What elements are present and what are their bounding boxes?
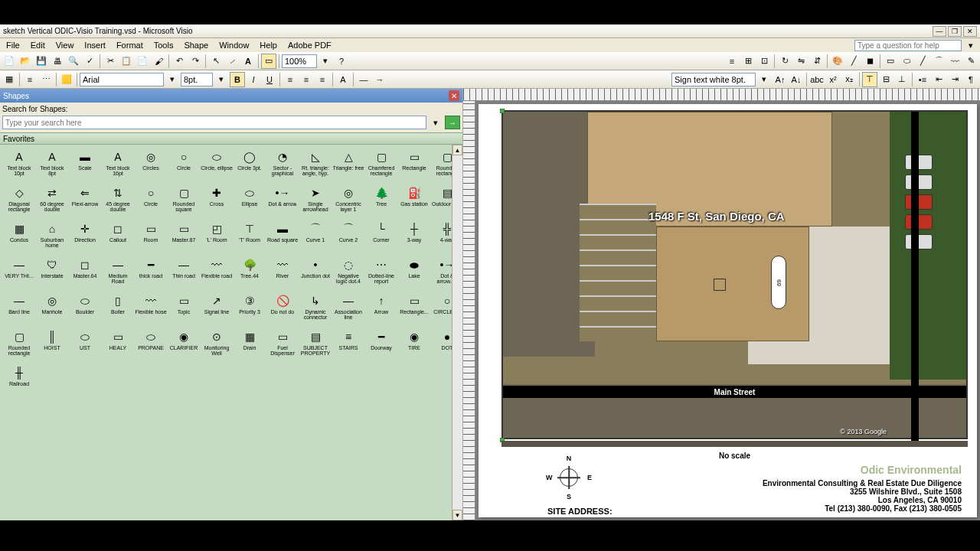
shape-stencil-item[interactable]: ◎Concentric layer 1 [332,184,364,219]
open-icon[interactable]: 📂 [18,54,33,69]
shape-arc-icon[interactable]: ⌒ [931,54,946,69]
help-icon[interactable]: ? [334,54,349,69]
scroll-down-icon[interactable]: ▼ [452,510,462,520]
shape-stencil-item[interactable]: ✚Cross [201,184,233,219]
shape-stencil-item[interactable]: ◯Circle 3pt. [234,148,266,183]
font-dropdown-icon[interactable]: ▾ [165,72,180,87]
paste-icon[interactable]: 📄 [135,54,150,69]
font-select[interactable] [80,73,164,86]
shape-stencil-item[interactable]: ◻Callout [102,220,134,255]
shape-stencil-item[interactable]: ○Circle [135,184,167,219]
shape-stencil-item[interactable]: ⌒Curve 1 [299,220,332,255]
fontsize-select[interactable] [181,73,213,86]
search-dropdown-icon[interactable]: ▾ [428,115,443,130]
align-bottom-icon[interactable]: ⊥ [894,72,910,87]
text-icon[interactable]: A [240,54,256,69]
rounded-rect-shape[interactable]: 69 [771,256,786,309]
shape-stencil-item[interactable]: ▬Road square [266,220,299,255]
shape-stencil-item[interactable]: ◉TIRE [398,328,430,363]
help-search-input[interactable] [854,40,962,51]
line-weight-icon[interactable]: ≡ [22,72,38,87]
shape-stencil-item[interactable]: ▭Rectangle [398,148,430,183]
shapes-search-input[interactable] [2,116,426,129]
menu-view[interactable]: View [51,40,79,51]
decrease-indent-icon[interactable]: ⇤ [931,72,946,87]
drawing-page[interactable]: 69 1548 F St, San Diego, CA Main Street … [479,104,977,517]
maximize-button[interactable]: ❐ [948,26,962,37]
zoom-dropdown-icon[interactable]: ▾ [318,54,333,69]
shape-stencil-item[interactable]: ◉CLARIFIER [168,328,200,363]
shape-stencil-item[interactable]: ◰'L' Room [201,220,233,255]
fill-color-icon[interactable]: 🟨 [59,72,74,87]
close-button[interactable]: ✕ [963,26,977,37]
fill-icon[interactable]: 🎨 [830,54,845,69]
ruler-horizontal[interactable] [463,89,980,101]
shape-stencil-item[interactable]: ↳Dynamic connector [299,292,332,327]
scroll-up-icon[interactable]: ▲ [452,145,462,155]
shape-stencil-item[interactable]: ╫Railroad [3,364,35,399]
shape-stencil-item[interactable]: •Junction dot [299,256,332,291]
shape-stencil-item[interactable]: ◎Manhole [36,292,68,327]
rectangle-tool-icon[interactable]: ▭ [261,54,276,69]
shapes-icon[interactable]: ▦ [2,72,17,87]
shape-stencil-item[interactable]: ┼3-way [398,220,430,255]
shape-stencil-item[interactable]: ⇅45 degree double [102,184,134,219]
copy-icon[interactable]: 📋 [119,54,134,69]
shape-stencil-item[interactable]: ↑Arrow [365,292,397,327]
shape-stencil-item[interactable]: ◌Negative logic dot.4 [332,256,364,291]
shape-stencil-item[interactable]: 🌲Tree [365,184,397,219]
shape-stencil-item[interactable]: 🚫Do not do [266,292,299,327]
shape-stencil-item[interactable]: ◇Diagonal rectangle [3,184,35,219]
shapes-panel-header[interactable]: Shapes ✕ [0,89,462,103]
strikethrough-icon[interactable]: abc [809,72,825,87]
shape-stencil-item[interactable]: ⊙Monitoring Well [201,328,233,363]
shape-stencil-item[interactable]: ⛽Gas station [398,184,430,219]
shape-stencil-item[interactable]: ║HOIST [36,328,68,363]
shape-stencil-item[interactable]: ◺Rt. triangle: angle, hyp. [299,148,332,183]
selection-handle[interactable] [500,109,505,113]
shape-stencil-item[interactable]: 〰River [266,256,299,291]
search-go-button[interactable]: → [445,116,460,129]
shape-stencil-item[interactable]: AText block 16pt [102,148,134,183]
distribute-icon[interactable]: ⊞ [740,54,756,69]
line-style-icon[interactable]: — [356,72,371,87]
increase-indent-icon[interactable]: ⇥ [947,72,962,87]
line-icon[interactable]: ╱ [846,54,861,69]
shape-line-icon[interactable]: ╱ [915,54,930,69]
shape-stencil-item[interactable]: —Medium Road [102,256,134,291]
superscript-icon[interactable]: x² [825,72,841,87]
style-select[interactable] [671,73,756,86]
shape-stencil-item[interactable]: ⌂Suburban home [36,220,68,255]
underline-button[interactable]: U [262,72,277,87]
decrease-font-icon[interactable]: A↓ [789,72,804,87]
menu-window[interactable]: Window [214,40,253,51]
print-icon[interactable]: 🖶 [50,54,65,69]
menu-format[interactable]: Format [112,40,148,51]
shape-stencil-item[interactable]: ▦Condos [3,220,35,255]
style-dropdown-icon[interactable]: ▾ [756,72,772,87]
connector-icon[interactable]: ⟋ [224,54,240,69]
arrow-style-icon[interactable]: → [372,72,387,87]
menu-help[interactable]: Help [255,40,282,51]
ruler-vertical[interactable] [463,101,475,520]
shape-stencil-item[interactable]: 〰Flexible hose [135,292,167,327]
shape-stencil-item[interactable]: ▭Master.87 [168,220,200,255]
shape-stencil-item[interactable]: ▭Rectangle... [398,292,430,327]
shape-stencil-item[interactable]: ▢Chamfered rectangle [365,148,397,183]
shape-stencil-item[interactable]: ▬Scale [69,148,101,183]
paragraph-icon[interactable]: ¶ [963,72,978,87]
align-icon[interactable]: ≡ [724,54,740,69]
shape-stencil-item[interactable]: ━Doorway [365,328,397,363]
shape-stencil-item[interactable]: AText block 8pt [36,148,68,183]
rotate-icon[interactable]: ↻ [777,54,792,69]
shape-stencil-item[interactable]: ⇄60 degree double [36,184,68,219]
shape-stencil-item[interactable]: ▭Room [135,220,167,255]
new-icon[interactable]: 📄 [2,54,17,69]
font-color-icon[interactable]: A [335,72,351,87]
bold-button[interactable]: B [230,72,245,87]
align-right-icon[interactable]: ≡ [315,72,330,87]
shape-stencil-item[interactable]: └Corner [365,220,397,255]
flip-h-icon[interactable]: ⇋ [793,54,808,69]
shape-stencil-item[interactable]: ◎Circles [135,148,167,183]
zoom-input[interactable] [282,54,317,68]
